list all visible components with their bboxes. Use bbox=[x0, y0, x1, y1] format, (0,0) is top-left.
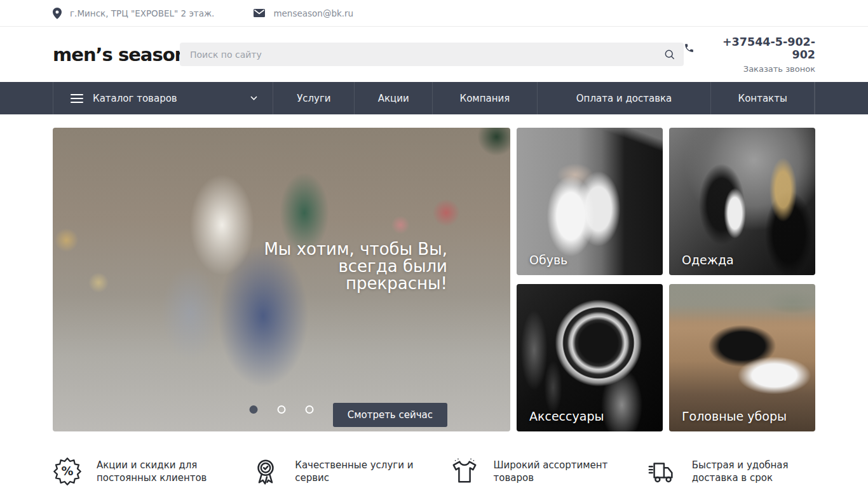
header: men’s season +37544-5-902-902 Заказать з… bbox=[0, 27, 868, 82]
nav-catalog-button[interactable]: Каталог товаров bbox=[53, 82, 273, 114]
award-ribbon-icon bbox=[251, 457, 280, 486]
features-row: % Акции и скидки для постоянных клиентов… bbox=[53, 457, 815, 486]
category-label: Обувь bbox=[529, 253, 567, 267]
nav-item-promos[interactable]: Акции bbox=[355, 82, 433, 114]
svg-text:%: % bbox=[62, 464, 74, 478]
feature-discounts: % Акции и скидки для постоянных клиентов bbox=[53, 457, 251, 486]
discount-badge-icon: % bbox=[53, 457, 82, 486]
feature-text: Акции и скидки для постоянных клиентов bbox=[97, 457, 227, 485]
feature-text: Широкий ассортимент товаров bbox=[494, 457, 624, 485]
envelope-icon bbox=[254, 9, 265, 17]
carousel-dot-1[interactable] bbox=[250, 405, 258, 414]
hero-slider[interactable]: Мы хотим, чтобы Вы, всегда были прекрасн… bbox=[53, 128, 510, 431]
store-email[interactable]: menseason@bk.ru bbox=[254, 8, 353, 18]
store-address: г.Минск, ТРЦ "EXPOBEL" 2 этаж. bbox=[53, 8, 214, 19]
feature-text: Качественные услуги и сервис bbox=[295, 457, 425, 485]
carousel-dot-2[interactable] bbox=[278, 405, 286, 414]
search-button[interactable] bbox=[660, 44, 680, 64]
hero-title: Мы хотим, чтобы Вы, всегда были прекрасн… bbox=[264, 241, 447, 292]
feature-text: Быстрая и удобная доставка в срок bbox=[692, 457, 815, 485]
header-contact: +37544-5-902-902 Заказать звонок bbox=[684, 36, 815, 74]
tshirt-icon bbox=[450, 457, 479, 486]
phone-number[interactable]: +37544-5-902-902 bbox=[700, 36, 815, 61]
topbar: г.Минск, ТРЦ "EXPOBEL" 2 этаж. menseason… bbox=[0, 0, 868, 27]
search-icon bbox=[663, 48, 676, 61]
carousel-dot-3[interactable] bbox=[306, 405, 314, 414]
store-address-text: г.Минск, ТРЦ "EXPOBEL" 2 этаж. bbox=[70, 8, 214, 18]
feature-delivery: Быстрая и удобная доставка в срок bbox=[648, 457, 815, 486]
category-label: Аксессуары bbox=[529, 409, 604, 423]
category-card-clothing[interactable]: Одежда bbox=[669, 128, 815, 275]
hamburger-icon bbox=[71, 94, 83, 103]
nav-item-company[interactable]: Компания bbox=[433, 82, 538, 114]
search-input[interactable] bbox=[180, 43, 684, 66]
category-label: Головные уборы bbox=[682, 409, 787, 423]
category-card-accessories[interactable]: Аксессуары bbox=[517, 284, 663, 431]
location-pin-icon bbox=[53, 8, 62, 19]
phone-icon bbox=[684, 43, 695, 53]
nav-item-delivery[interactable]: Оплата и доставка bbox=[538, 82, 712, 114]
watch-now-button[interactable]: Смотреть сейчас bbox=[333, 403, 447, 427]
store-email-text[interactable]: menseason@bk.ru bbox=[273, 8, 353, 18]
feature-quality: Качественные услуги и сервис bbox=[251, 457, 449, 486]
delivery-truck-icon bbox=[648, 457, 677, 486]
category-card-shoes[interactable]: Обувь bbox=[517, 128, 663, 275]
site-search bbox=[180, 43, 684, 66]
callback-link[interactable]: Заказать звонок bbox=[684, 64, 815, 74]
nav-item-services[interactable]: Услуги bbox=[273, 82, 355, 114]
main-nav: Каталог товаров Услуги Акции Компания Оп… bbox=[0, 82, 868, 114]
category-card-headwear[interactable]: Головные уборы bbox=[669, 284, 815, 431]
carousel-dots bbox=[250, 405, 314, 414]
site-logo[interactable]: men’s season bbox=[53, 44, 180, 65]
feature-assortment: Широкий ассортимент товаров bbox=[450, 457, 648, 486]
nav-item-contacts[interactable]: Контакты bbox=[711, 82, 815, 114]
category-label: Одежда bbox=[682, 253, 734, 267]
chevron-down-icon bbox=[250, 96, 257, 100]
nav-catalog-label: Каталог товаров bbox=[93, 93, 177, 104]
